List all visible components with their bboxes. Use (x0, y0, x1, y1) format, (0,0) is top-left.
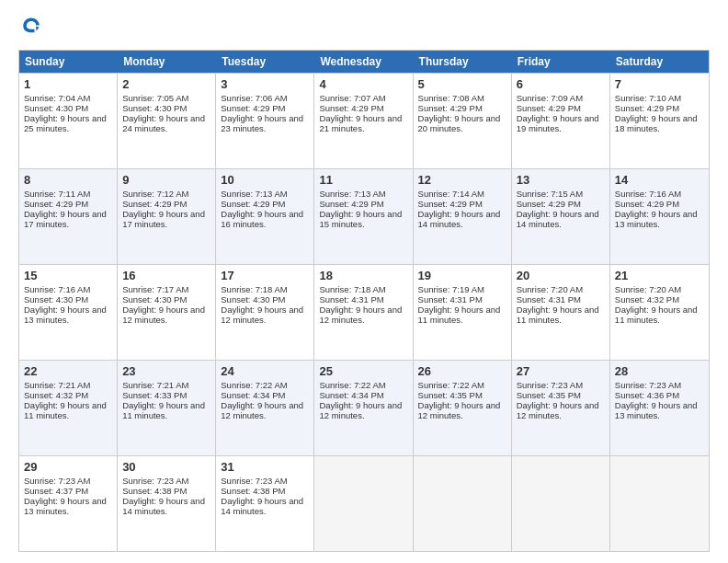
day-cell: 14Sunrise: 7:16 AMSunset: 4:29 PMDayligh… (610, 169, 709, 264)
sunrise: Sunrise: 7:21 AM (24, 380, 90, 390)
sunset: Sunset: 4:33 PM (122, 390, 187, 400)
day-cell: 11Sunrise: 7:13 AMSunset: 4:29 PMDayligh… (314, 169, 413, 264)
header-day: Wednesday (314, 51, 413, 73)
calendar-row: 22Sunrise: 7:21 AMSunset: 4:32 PMDayligh… (19, 360, 709, 455)
day-number: 4 (319, 77, 407, 91)
header-day: Tuesday (216, 51, 314, 73)
daylight: Daylight: 9 hours and 17 minutes. (122, 209, 205, 229)
sunset: Sunset: 4:30 PM (122, 294, 187, 304)
daylight: Daylight: 9 hours and 11 minutes. (24, 400, 107, 420)
sunrise: Sunrise: 7:14 AM (418, 189, 484, 199)
daylight: Daylight: 9 hours and 14 minutes. (122, 496, 205, 516)
sunset: Sunset: 4:31 PM (418, 294, 483, 304)
daylight: Daylight: 9 hours and 23 minutes. (221, 113, 303, 133)
daylight: Daylight: 9 hours and 12 minutes. (319, 400, 402, 420)
sunrise: Sunrise: 7:05 AM (122, 93, 188, 103)
sunrise: Sunrise: 7:23 AM (221, 476, 287, 486)
day-number: 21 (615, 269, 704, 282)
daylight: Daylight: 9 hours and 11 minutes. (615, 304, 698, 325)
sunset: Sunset: 4:29 PM (221, 103, 285, 113)
sunrise: Sunrise: 7:19 AM (418, 284, 484, 294)
daylight: Daylight: 9 hours and 25 minutes. (24, 113, 107, 133)
sunset: Sunset: 4:32 PM (24, 390, 88, 400)
day-number: 25 (319, 364, 407, 378)
day-number: 29 (24, 460, 112, 474)
day-number: 9 (122, 173, 210, 187)
day-cell: 4Sunrise: 7:07 AMSunset: 4:29 PMDaylight… (314, 74, 413, 168)
day-cell: 25Sunrise: 7:22 AMSunset: 4:34 PMDayligh… (314, 361, 413, 455)
day-number: 31 (221, 460, 309, 474)
sunset: Sunset: 4:34 PM (221, 390, 285, 400)
header-day: Monday (118, 51, 216, 73)
day-number: 11 (319, 173, 407, 187)
daylight: Daylight: 9 hours and 12 minutes. (517, 400, 599, 420)
day-cell: 18Sunrise: 7:18 AMSunset: 4:31 PMDayligh… (314, 265, 413, 360)
day-cell: 24Sunrise: 7:22 AMSunset: 4:34 PMDayligh… (216, 361, 314, 455)
sunrise: Sunrise: 7:06 AM (221, 93, 287, 103)
sunset: Sunset: 4:30 PM (221, 294, 285, 304)
sunset: Sunset: 4:35 PM (517, 390, 581, 400)
daylight: Daylight: 9 hours and 12 minutes. (122, 304, 205, 325)
sunrise: Sunrise: 7:21 AM (122, 380, 188, 390)
day-cell: 22Sunrise: 7:21 AMSunset: 4:32 PMDayligh… (19, 361, 118, 455)
sunrise: Sunrise: 7:23 AM (615, 380, 681, 390)
sunset: Sunset: 4:30 PM (122, 103, 187, 113)
sunset: Sunset: 4:37 PM (24, 486, 88, 496)
sunrise: Sunrise: 7:16 AM (615, 189, 681, 199)
day-cell: 16Sunrise: 7:17 AMSunset: 4:30 PMDayligh… (118, 265, 216, 360)
sunset: Sunset: 4:32 PM (615, 294, 679, 304)
daylight: Daylight: 9 hours and 12 minutes. (221, 400, 303, 420)
sunset: Sunset: 4:29 PM (418, 103, 483, 113)
daylight: Daylight: 9 hours and 16 minutes. (221, 209, 303, 229)
sunrise: Sunrise: 7:22 AM (418, 380, 484, 390)
day-number: 30 (122, 460, 210, 474)
sunset: Sunset: 4:29 PM (615, 103, 679, 113)
sunrise: Sunrise: 7:11 AM (24, 189, 90, 199)
daylight: Daylight: 9 hours and 13 minutes. (615, 400, 698, 420)
sunrise: Sunrise: 7:22 AM (221, 380, 287, 390)
empty-cell (414, 456, 512, 551)
daylight: Daylight: 9 hours and 13 minutes. (24, 304, 107, 325)
daylight: Daylight: 9 hours and 19 minutes. (517, 113, 599, 133)
day-cell: 30Sunrise: 7:23 AMSunset: 4:38 PMDayligh… (118, 456, 216, 551)
day-number: 19 (418, 269, 506, 282)
day-cell: 26Sunrise: 7:22 AMSunset: 4:35 PMDayligh… (414, 361, 512, 455)
sunrise: Sunrise: 7:13 AM (221, 189, 287, 199)
sunrise: Sunrise: 7:09 AM (517, 93, 583, 103)
daylight: Daylight: 9 hours and 11 minutes. (122, 400, 205, 420)
day-cell: 6Sunrise: 7:09 AMSunset: 4:29 PMDaylight… (512, 74, 610, 168)
day-number: 18 (319, 269, 407, 282)
day-cell: 15Sunrise: 7:16 AMSunset: 4:30 PMDayligh… (19, 265, 118, 360)
logo (18, 15, 48, 40)
sunset: Sunset: 4:35 PM (418, 390, 483, 400)
day-number: 26 (418, 364, 506, 378)
calendar-row: 15Sunrise: 7:16 AMSunset: 4:30 PMDayligh… (19, 264, 709, 360)
daylight: Daylight: 9 hours and 20 minutes. (418, 113, 501, 133)
day-cell: 28Sunrise: 7:23 AMSunset: 4:36 PMDayligh… (610, 361, 709, 455)
day-number: 23 (122, 364, 210, 378)
sunrise: Sunrise: 7:23 AM (24, 476, 90, 486)
day-number: 8 (24, 173, 112, 187)
empty-cell (610, 456, 709, 551)
day-number: 6 (517, 77, 605, 91)
day-number: 17 (221, 269, 309, 282)
day-number: 1 (24, 77, 112, 91)
sunset: Sunset: 4:36 PM (615, 390, 679, 400)
sunrise: Sunrise: 7:23 AM (517, 380, 583, 390)
daylight: Daylight: 9 hours and 14 minutes. (221, 496, 303, 516)
daylight: Daylight: 9 hours and 17 minutes. (24, 209, 107, 229)
daylight: Daylight: 9 hours and 15 minutes. (319, 209, 402, 229)
day-number: 3 (221, 77, 309, 91)
sunset: Sunset: 4:30 PM (24, 103, 88, 113)
sunset: Sunset: 4:31 PM (517, 294, 581, 304)
sunset: Sunset: 4:29 PM (418, 199, 483, 209)
day-cell: 1Sunrise: 7:04 AMSunset: 4:30 PMDaylight… (19, 74, 118, 168)
day-number: 20 (517, 269, 605, 282)
calendar-body: 1Sunrise: 7:04 AMSunset: 4:30 PMDaylight… (19, 73, 709, 551)
day-cell: 3Sunrise: 7:06 AMSunset: 4:29 PMDaylight… (216, 74, 314, 168)
sunset: Sunset: 4:31 PM (319, 294, 383, 304)
sunset: Sunset: 4:29 PM (221, 199, 285, 209)
sunrise: Sunrise: 7:18 AM (221, 284, 287, 294)
sunrise: Sunrise: 7:20 AM (615, 284, 681, 294)
sunrise: Sunrise: 7:10 AM (615, 93, 681, 103)
